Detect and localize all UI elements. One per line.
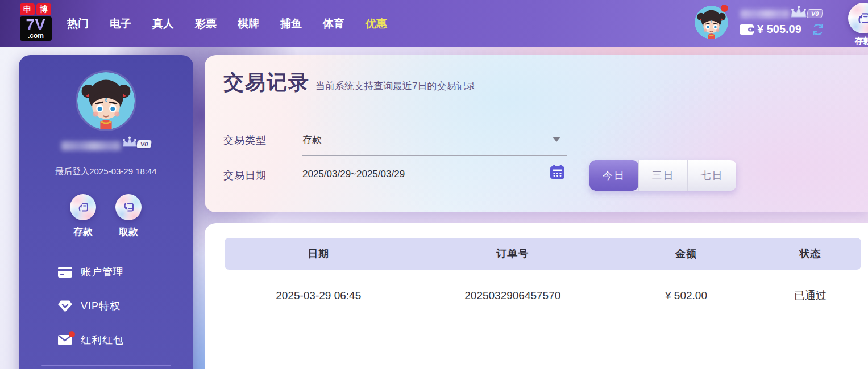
sidebar-vip-crown-icon [121,136,138,149]
date-range-group: 今日 三日 七日 [589,160,736,191]
filter-type-underline [302,155,567,156]
range-button-7days[interactable]: 七日 [687,160,736,191]
vip-level-badge: V0 [807,9,824,18]
calendar-icon[interactable] [549,164,566,180]
sidebar-withdraw-label: 取款 [105,225,152,238]
filter-panel: 交易记录 当前系统支持查询最近7日的交易记录 交易类型 存款 交易日期 2025… [205,55,868,212]
records-table-panel: 日期 订单号 金额 状态 2025-03-29 06:45 2025032906… [205,223,868,369]
page: 申 博 7V .com 热门 电子 真人 彩票 棋牌 捕鱼 体育 优惠 [0,0,868,369]
balance-amount: ¥ 505.09 [757,23,801,36]
floating-deposit-widget[interactable]: 存款 [844,3,868,47]
sidebar-deposit-label: 存款 [59,225,107,238]
sidebar-item-vip[interactable]: VIP特权 [57,289,188,323]
bonus-notification-dot [69,331,75,337]
table-header-status: 状态 [759,247,861,261]
notification-dot [721,5,728,12]
table-header-row: 日期 订单号 金额 状态 [225,238,861,270]
content-area: V0 最后登入2025-03-29 18:44 存款 [0,47,868,369]
withdraw-icon[interactable] [115,194,142,220]
vip-crown-icon [789,5,808,20]
filter-date-label: 交易日期 [223,169,297,182]
sidebar-item-label: 红利红包 [81,333,124,347]
filter-type-label: 交易类型 [223,133,297,147]
nav-item-promo[interactable]: 优惠 [366,16,387,31]
brand-logo[interactable]: 申 博 7V .com [20,3,52,41]
table-header-order: 订单号 [412,247,613,261]
cell-order-number: 2025032906457570 [412,290,613,302]
table-header-date: 日期 [225,247,412,261]
nav-item-lottery[interactable]: 彩票 [195,16,217,31]
sidebar-item-bonus[interactable]: 红利红包 [57,323,188,357]
nav-item-fishing[interactable]: 捕鱼 [280,16,302,31]
nav-item-live[interactable]: 真人 [152,16,174,31]
chevron-down-icon[interactable] [553,137,560,142]
wallet-icon [739,23,754,35]
filter-date-underline [302,192,567,192]
sidebar-vip-level-badge: V0 [136,140,152,148]
card-icon [57,265,73,279]
page-title-row: 交易记录 当前系统支持查询最近7日的交易记录 [223,69,475,97]
sidebar-item-account[interactable]: 账户管理 [57,255,188,289]
nav-item-hot[interactable]: 热门 [67,16,89,31]
range-button-3days[interactable]: 三日 [638,160,687,191]
cell-amount: ¥ 502.00 [613,290,759,302]
cell-status: 已通过 [759,288,861,303]
logo-tile-shen: 申 [20,3,35,15]
nav-item-chess[interactable]: 棋牌 [238,16,259,31]
page-title: 交易记录 [223,69,310,97]
last-login-text: 最后登入2025-03-29 18:44 [19,166,193,177]
top-nav: 申 博 7V .com 热门 电子 真人 彩票 棋牌 捕鱼 体育 优惠 [0,0,868,47]
sidebar-deposit-button[interactable]: 存款 [59,194,107,238]
envelope-icon [57,333,73,347]
sidebar-avatar [77,72,135,129]
logo-tile-bo: 博 [36,3,51,15]
floating-deposit-label: 存款 [844,36,868,47]
logo-suffix: .com [20,33,52,39]
filter-type-select[interactable]: 存款 [302,133,567,146]
page-subtitle: 当前系统支持查询最近7日的交易记录 [315,79,475,93]
refresh-balance-icon[interactable] [812,23,824,36]
sidebar-withdraw-button[interactable]: 取款 [105,194,152,238]
nav-item-slots[interactable]: 电子 [110,16,131,31]
sidebar-divider [41,365,171,366]
sidebar-menu: 账户管理 VIP特权 [57,255,188,357]
cell-date: 2025-03-29 06:45 [225,290,412,302]
table-header-amount: 金额 [613,247,759,261]
deposit-icon[interactable] [70,194,96,220]
sidebar-username-blurred [61,141,121,150]
nav-item-sports[interactable]: 体育 [323,16,344,31]
table-row: 2025-03-29 06:45 2025032906457570 ¥ 502.… [225,270,861,322]
logo-brand-text: 7V [20,17,52,33]
range-button-today[interactable]: 今日 [589,160,638,191]
filter-date-input[interactable]: 2025/03/29~2025/03/29 [302,169,567,180]
main-menu: 热门 电子 真人 彩票 棋牌 捕鱼 体育 优惠 [67,0,387,47]
sidebar-item-label: VIP特权 [81,299,121,313]
sidebar-item-label: 账户管理 [81,265,124,279]
gem-icon [57,299,73,313]
username-blurred [741,10,790,18]
sidebar: V0 最后登入2025-03-29 18:44 存款 [19,55,193,369]
deposit-circle-icon[interactable] [848,3,868,33]
